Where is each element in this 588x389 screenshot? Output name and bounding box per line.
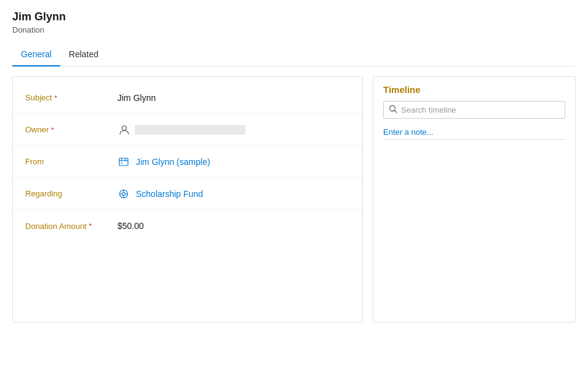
donation-amount-row: Donation Amount * $50.00 xyxy=(13,210,362,242)
from-value[interactable]: Jim Glynn (sample) xyxy=(117,156,350,168)
search-icon xyxy=(389,105,397,115)
subject-row: Subject * Jim Glynn xyxy=(13,82,362,114)
svg-point-2 xyxy=(121,162,122,164)
owner-row: Owner * xyxy=(13,114,362,146)
from-row: From Jim Glynn (sample) xyxy=(13,146,362,178)
content-area: Subject * Jim Glynn Owner * xyxy=(12,76,576,323)
donation-amount-label: Donation Amount * xyxy=(25,222,117,231)
tab-related[interactable]: Related xyxy=(60,44,107,66)
regarding-row: Regarding Scholarship Fund xyxy=(13,178,362,210)
svg-point-0 xyxy=(122,126,127,130)
subject-required: * xyxy=(54,94,57,102)
owner-required: * xyxy=(51,126,54,134)
regarding-value[interactable]: Scholarship Fund xyxy=(117,188,350,200)
regarding-label: Regarding xyxy=(25,189,117,198)
from-icon xyxy=(117,156,130,168)
donation-amount-required: * xyxy=(89,222,92,230)
svg-line-6 xyxy=(395,111,397,113)
owner-value[interactable] xyxy=(117,123,350,137)
enter-note[interactable]: Enter a note... xyxy=(383,125,565,140)
timeline-title: Timeline xyxy=(383,84,565,95)
tabs-bar: General Related xyxy=(12,44,576,66)
timeline-search-bar[interactable] xyxy=(383,101,565,119)
tab-general[interactable]: General xyxy=(12,44,60,66)
owner-bar xyxy=(135,125,245,135)
regarding-icon xyxy=(117,188,130,200)
donation-amount-value: $50.00 xyxy=(117,221,350,231)
form-card: Subject * Jim Glynn Owner * xyxy=(12,76,363,323)
subject-value: Jim Glynn xyxy=(117,93,350,103)
svg-rect-1 xyxy=(119,158,128,166)
subject-label: Subject * xyxy=(25,93,117,102)
svg-point-4 xyxy=(122,192,125,195)
search-timeline-input[interactable] xyxy=(401,105,560,114)
record-subtitle: Donation xyxy=(12,25,576,34)
record-title: Jim Glynn xyxy=(12,10,576,24)
record-header: Jim Glynn Donation xyxy=(12,10,576,34)
owner-person-icon xyxy=(117,123,131,137)
timeline-panel: Timeline Enter a note... xyxy=(373,76,576,323)
owner-label: Owner * xyxy=(25,125,117,134)
from-label: From xyxy=(25,157,117,166)
page: Jim Glynn Donation General Related Subje… xyxy=(0,0,588,389)
